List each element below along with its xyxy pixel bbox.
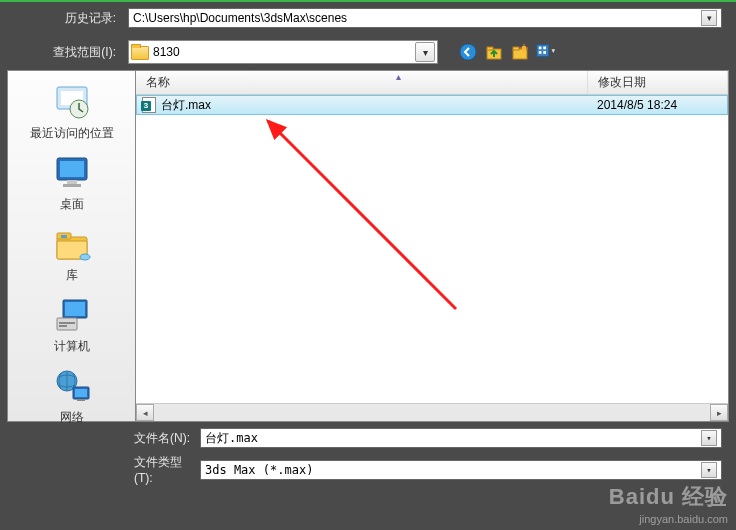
filename-input[interactable]: 台灯.max ▾	[200, 428, 722, 448]
network-icon	[51, 367, 93, 407]
chevron-down-icon[interactable]: ▾	[415, 42, 435, 62]
history-label: 历史记录:	[0, 10, 120, 27]
annotation-arrow	[256, 109, 476, 329]
svg-rect-9	[539, 51, 542, 54]
sort-arrow-icon: ▴	[396, 71, 401, 82]
filename-value: 台灯.max	[205, 430, 701, 447]
watermark-url: jingyan.baidu.com	[609, 512, 728, 526]
column-name[interactable]: 名称	[136, 71, 588, 94]
history-value: C:\Users\hp\Documents\3dsMax\scenes	[133, 11, 701, 25]
history-dropdown[interactable]: C:\Users\hp\Documents\3dsMax\scenes ▾	[128, 8, 722, 28]
filetype-value: 3ds Max (*.max)	[205, 463, 701, 477]
svg-rect-10	[543, 51, 546, 54]
desktop-icon	[51, 154, 93, 194]
new-folder-icon[interactable]	[510, 42, 530, 62]
svg-point-22	[80, 254, 90, 260]
sidebar-item-label: 桌面	[60, 196, 84, 213]
svg-rect-16	[67, 180, 77, 184]
watermark-brand: Baidu 经验	[609, 483, 728, 512]
svg-rect-4	[513, 47, 519, 50]
svg-rect-24	[65, 302, 85, 316]
svg-rect-30	[75, 389, 87, 397]
chevron-down-icon[interactable]: ▾	[701, 10, 717, 26]
max-file-icon	[141, 97, 157, 113]
watermark: Baidu 经验 jingyan.baidu.com	[609, 483, 728, 526]
view-menu-icon[interactable]	[536, 42, 556, 62]
chevron-down-icon[interactable]: ▾	[701, 462, 717, 478]
lookin-dropdown[interactable]: 8130 ▾	[128, 40, 438, 64]
svg-point-0	[460, 44, 476, 60]
file-date: 2014/8/5 18:24	[589, 98, 727, 112]
svg-rect-26	[59, 322, 75, 324]
sidebar-item-desktop[interactable]: 桌面	[8, 150, 135, 221]
places-sidebar: 最近访问的位置 桌面	[7, 70, 135, 422]
svg-rect-31	[77, 399, 85, 401]
scroll-left-icon[interactable]: ◂	[136, 404, 154, 421]
sidebar-item-recent[interactable]: 最近访问的位置	[8, 79, 135, 150]
filetype-dropdown[interactable]: 3ds Max (*.max) ▾	[200, 460, 722, 480]
sidebar-item-label: 库	[66, 267, 78, 284]
svg-rect-15	[60, 161, 84, 177]
folder-icon	[131, 44, 149, 60]
sidebar-item-libraries[interactable]: 库	[8, 221, 135, 292]
svg-rect-7	[539, 47, 542, 50]
lookin-value: 8130	[153, 45, 415, 59]
sidebar-item-label: 计算机	[54, 338, 90, 355]
libraries-icon	[51, 225, 93, 265]
svg-rect-2	[487, 47, 493, 50]
sidebar-item-network[interactable]: 网络	[8, 363, 135, 434]
svg-line-32	[268, 121, 456, 309]
computer-icon	[51, 296, 93, 336]
svg-rect-6	[537, 45, 549, 57]
up-folder-icon[interactable]	[484, 42, 504, 62]
svg-rect-27	[59, 325, 67, 327]
recent-icon	[51, 83, 93, 123]
chevron-down-icon[interactable]: ▾	[701, 430, 717, 446]
filename-label: 文件名(N):	[0, 430, 190, 447]
file-name: 台灯.max	[161, 97, 211, 114]
column-date[interactable]: 修改日期	[588, 71, 728, 94]
scroll-right-icon[interactable]: ▸	[710, 404, 728, 421]
file-body[interactable]	[136, 115, 728, 403]
back-icon[interactable]	[458, 42, 478, 62]
svg-rect-17	[63, 184, 81, 187]
svg-rect-21	[61, 235, 67, 238]
file-header: 名称 ▴ 修改日期	[136, 71, 728, 95]
sidebar-item-label: 网络	[60, 409, 84, 426]
svg-rect-8	[543, 47, 546, 50]
file-row[interactable]: 台灯.max 2014/8/5 18:24	[136, 95, 728, 115]
scroll-track[interactable]	[154, 404, 710, 421]
sidebar-item-computer[interactable]: 计算机	[8, 292, 135, 363]
lookin-label: 查找范围(I):	[0, 44, 120, 61]
horizontal-scrollbar[interactable]: ◂ ▸	[136, 403, 728, 421]
sidebar-item-label: 最近访问的位置	[30, 125, 114, 142]
file-list: 名称 ▴ 修改日期 台灯.max 2014/8/5 18:24 ◂	[135, 70, 729, 422]
filetype-label: 文件类型(T):	[0, 454, 190, 485]
